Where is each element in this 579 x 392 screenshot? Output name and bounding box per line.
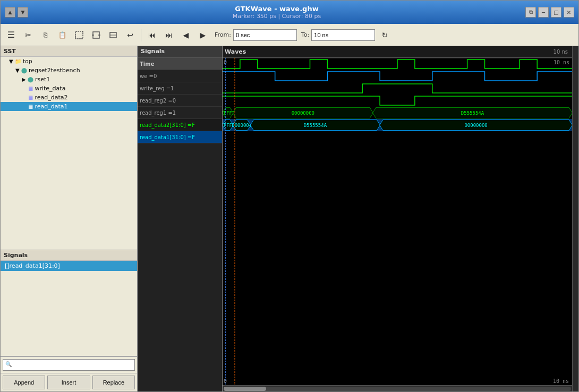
paste-btn[interactable]: 📋 xyxy=(55,28,70,42)
time-label: Time xyxy=(140,61,154,67)
fast-forward-btn[interactable]: ⏭ xyxy=(161,28,176,42)
next-btn[interactable]: ▶ xyxy=(195,28,210,42)
sst-section: SST ▼ 📁 top ▼ ⬤ regset2testbench ▶ ⬤ rse… xyxy=(1,46,137,250)
signals-section: Signals []read_data1[31:0] xyxy=(1,250,137,356)
tree-item-read-data2[interactable]: ▦ read_data2 xyxy=(1,93,137,102)
folder-icon: 📁 xyxy=(15,58,21,64)
signal-icon3: ▦ xyxy=(28,104,33,109)
signals-col-header: Signals xyxy=(138,46,222,58)
scroll-down-btn[interactable]: ▼ xyxy=(18,7,28,18)
signals-col-label: Signals xyxy=(141,48,165,55)
waves-label: Waves xyxy=(225,48,246,55)
to-label: To: xyxy=(301,31,309,38)
waves-header: Waves 10 ns xyxy=(223,46,572,58)
titlebar-controls: ⧉ ─ □ ✕ xyxy=(525,7,574,18)
titlebar-center: GTKWave - wave.ghw Marker: 350 ps | Curs… xyxy=(28,5,525,20)
vertical-scrollbar[interactable] xyxy=(572,46,578,391)
signal-item-label: []read_data1[31:0] xyxy=(5,262,60,269)
sig-row-write-reg[interactable]: write_reg =1 xyxy=(138,82,222,95)
main-window: ▲ ▼ GTKWave - wave.ghw Marker: 350 ps | … xyxy=(0,0,579,392)
window-title: GTKWave - wave.ghw xyxy=(235,5,318,13)
tree-item-write-data[interactable]: ▦ write_data xyxy=(1,84,137,93)
sig-row-we[interactable]: we =0 xyxy=(138,70,222,82)
tree-label-top: top xyxy=(23,58,32,65)
sig-name-we: we =0 xyxy=(140,73,157,79)
tree-label-rset1: rset1 xyxy=(35,76,50,83)
tree-label-write-data: write_data xyxy=(35,85,65,92)
search-input[interactable] xyxy=(3,359,135,371)
right-panel: Signals Time we =0 write_reg =1 read_reg… xyxy=(138,46,578,391)
left-panel: SST ▼ 📁 top ▼ ⬤ regset2testbench ▶ ⬤ rse… xyxy=(1,46,138,391)
time-header-row: Time xyxy=(138,58,222,70)
scroll-up-btn[interactable]: ▲ xyxy=(5,7,15,18)
window-subtitle: Marker: 350 ps | Cursor: 80 ps xyxy=(233,13,321,20)
first-btn[interactable]: ⏮ xyxy=(144,28,159,42)
chevron-right-icon: ▼ xyxy=(9,58,13,64)
module-icon1: ⬤ xyxy=(21,67,27,73)
restore-btn[interactable]: ⧉ xyxy=(525,7,536,18)
chevron-down-icon: ▼ xyxy=(15,67,20,73)
scroll-track[interactable] xyxy=(224,387,571,391)
close-btn[interactable]: ✕ xyxy=(564,7,574,18)
tree-item-read-data1[interactable]: ▦ read_data1 xyxy=(1,102,137,111)
signal-rows: Time we =0 write_reg =1 read_reg2 =0 rea… xyxy=(138,58,222,391)
signal-icon2: ▦ xyxy=(28,95,33,100)
to-input[interactable] xyxy=(311,29,375,41)
tree-item-top[interactable]: ▼ 📁 top xyxy=(1,57,137,66)
sig-row-read-reg2[interactable]: read_reg2 =0 xyxy=(138,95,222,107)
sig-name-write-reg: write_reg =1 xyxy=(140,86,174,91)
sig-name-read-data1: read_data1[31:0] =F xyxy=(140,134,195,140)
scroll-thumb[interactable] xyxy=(224,387,266,391)
separator1 xyxy=(141,29,141,41)
insert-button[interactable]: Insert xyxy=(47,376,90,389)
hamburger-btn[interactable]: ☰ xyxy=(4,28,19,42)
svg-rect-0 xyxy=(75,31,83,39)
from-label: From: xyxy=(215,31,231,38)
signal-item-read-data1[interactable]: []read_data1[31:0] xyxy=(1,261,137,271)
toolbar: ☰ ✂ ⎘ 📋 ↩ ⏮ ⏭ ◀ ▶ From: xyxy=(1,24,578,46)
tree-label-read-data1: read_data1 xyxy=(35,103,67,110)
append-button[interactable]: Append xyxy=(3,376,45,389)
sig-name-read-reg2: read_reg2 =0 xyxy=(140,98,176,104)
waves-area[interactable] xyxy=(223,58,572,385)
tree-label-regset2testbench: regset2testbench xyxy=(29,67,80,74)
titlebar-arrows: ▲ ▼ xyxy=(5,7,28,18)
minimize-btn[interactable]: ─ xyxy=(538,7,549,18)
tree-item-regset2testbench[interactable]: ▼ ⬤ regset2testbench xyxy=(1,66,137,75)
search-icon: 🔍 xyxy=(5,361,12,367)
cut-btn[interactable]: ✂ xyxy=(21,28,36,42)
sig-row-read-data1[interactable]: read_data1[31:0] =F xyxy=(138,131,222,143)
signals-column: Signals Time we =0 write_reg =1 read_reg… xyxy=(138,46,223,391)
maximize-btn[interactable]: □ xyxy=(551,7,561,18)
select-all-btn[interactable] xyxy=(72,28,87,42)
tree-item-rset1[interactable]: ▶ ⬤ rset1 xyxy=(1,75,137,84)
waves-column: Waves 10 ns xyxy=(223,46,572,391)
horizontal-scrollbar[interactable] xyxy=(223,385,572,391)
chevron-right-icon2: ▶ xyxy=(22,76,26,82)
zoom-range-btn[interactable] xyxy=(106,28,121,42)
sig-name-read-reg1: read_reg1 =1 xyxy=(140,110,176,116)
waves-time-label: 10 ns xyxy=(554,49,568,55)
sig-name-read-data2: read_data2[31:0] =F xyxy=(140,122,195,128)
signals-label: Signals xyxy=(4,252,28,259)
signals-header: Signals xyxy=(1,250,137,261)
main-content: SST ▼ 📁 top ▼ ⬤ regset2testbench ▶ ⬤ rse… xyxy=(1,46,578,391)
module-icon2: ⬤ xyxy=(28,76,33,82)
search-wrapper: 🔍 xyxy=(3,359,135,371)
tree-label-read-data2: read_data2 xyxy=(35,94,67,101)
sig-row-read-data2[interactable]: read_data2[31:0] =F xyxy=(138,119,222,131)
replace-button[interactable]: Replace xyxy=(92,376,135,389)
sst-label: SST xyxy=(4,48,16,55)
titlebar: ▲ ▼ GTKWave - wave.ghw Marker: 350 ps | … xyxy=(1,1,578,24)
sig-row-read-reg1[interactable]: read_reg1 =1 xyxy=(138,107,222,119)
sst-header: SST xyxy=(1,46,137,57)
copy-btn[interactable]: ⎘ xyxy=(38,28,53,42)
undo-btn[interactable]: ↩ xyxy=(123,28,138,42)
prev-btn[interactable]: ◀ xyxy=(178,28,193,42)
search-bar: 🔍 xyxy=(1,356,137,373)
signal-icon1: ▦ xyxy=(28,86,33,91)
refresh-btn[interactable]: ↻ xyxy=(377,28,392,42)
bottom-buttons: Append Insert Replace xyxy=(1,373,137,391)
from-input[interactable] xyxy=(233,29,297,41)
zoom-fit-btn[interactable] xyxy=(89,28,104,42)
